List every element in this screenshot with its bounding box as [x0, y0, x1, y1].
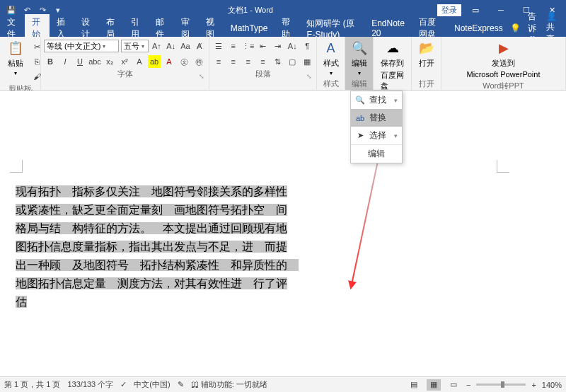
- menu-item-select[interactable]: ➤ 选择 ▾: [351, 127, 402, 144]
- font-color-icon[interactable]: A: [163, 55, 175, 68]
- group-label-open: 打开: [415, 78, 438, 90]
- clear-format-icon[interactable]: A̸: [194, 40, 206, 52]
- enclose-icon[interactable]: ㊕: [192, 55, 205, 68]
- view-web-icon[interactable]: ▭: [446, 379, 461, 391]
- tab-mathtype[interactable]: MathType: [224, 21, 275, 35]
- send-to-ppt-button[interactable]: ▶ 发送到 Microsoft PowerPoint: [463, 38, 545, 80]
- shrink-font-icon[interactable]: A↓: [165, 40, 177, 52]
- paste-button[interactable]: 📋 粘贴 ▾: [3, 38, 28, 78]
- paste-icon: 📋: [7, 40, 24, 57]
- bold-button[interactable]: B: [44, 55, 57, 68]
- italic-button[interactable]: I: [59, 55, 71, 68]
- dialog-launcher-icon[interactable]: ⤡: [199, 73, 204, 80]
- menu-item-editing: 编辑: [351, 144, 402, 163]
- font-size-combo[interactable]: 五号▾: [121, 40, 149, 52]
- phonetic-icon[interactable]: ㉆: [178, 55, 190, 68]
- group-label-styles: 样式: [320, 78, 342, 90]
- zoom-level[interactable]: 140%: [542, 381, 562, 389]
- status-proof-icon[interactable]: ✓: [120, 380, 127, 389]
- styles-button[interactable]: A 样式 ▾: [318, 38, 344, 78]
- status-words[interactable]: 133/133 个字: [67, 379, 113, 390]
- save-icon[interactable]: 💾: [6, 4, 17, 16]
- increase-indent-icon[interactable]: ⇥: [271, 40, 284, 52]
- ribbon-options-icon[interactable]: ▭: [464, 2, 487, 18]
- page-corner-tr: [497, 160, 509, 173]
- view-read-icon[interactable]: ▤: [407, 379, 421, 391]
- undo-icon[interactable]: ↶: [21, 4, 33, 16]
- ppt-label2: Microsoft PowerPoint: [467, 70, 541, 79]
- show-marks-icon[interactable]: ¶: [301, 40, 313, 52]
- group-clipboard: 📋 粘贴 ▾ ✂ ⎘ 🖌 剪贴板⤡: [0, 37, 41, 90]
- find-label: 查找: [369, 94, 386, 106]
- status-insert-icon[interactable]: ✎: [178, 380, 184, 389]
- view-print-icon[interactable]: ▦: [427, 379, 441, 391]
- statusbar: 第 1 页，共 1 页 133/133 个字 ✓ 中文(中国) ✎ 🕮 辅助功能…: [0, 376, 566, 392]
- grow-font-icon[interactable]: A↑: [151, 40, 163, 52]
- redo-icon[interactable]: ↷: [37, 4, 48, 16]
- align-left-icon[interactable]: ≡: [212, 55, 225, 68]
- dialog-launcher-icon[interactable]: ⤡: [306, 73, 312, 80]
- minimize-icon[interactable]: ─: [490, 2, 512, 18]
- group-paragraph: ☰ ≡ ⋮≡ ⇤ ⇥ A↓ ¶ ≡ ≡ ≡ ≡ ⇅ ▢ ▦ 段落⤡: [209, 37, 317, 90]
- menu-item-replace[interactable]: ab 替换: [351, 109, 402, 127]
- replace-label: 替换: [369, 112, 386, 124]
- align-center-icon[interactable]: ≡: [227, 55, 240, 68]
- group-open: 📂 打开 打开: [412, 37, 441, 90]
- change-case-icon[interactable]: Aa: [179, 40, 191, 52]
- status-language[interactable]: 中文(中国): [134, 379, 170, 390]
- document-selected-text[interactable]: 现有拓扑 指标多仅关注 地图符号邻接关系的多样性或紧凑性，缺乏更全面定量刻 画地…: [16, 183, 296, 311]
- font-name-combo[interactable]: 等线 (中文正文)▾: [44, 40, 119, 52]
- underline-button[interactable]: U: [74, 55, 86, 68]
- numbering-icon[interactable]: ≡: [227, 40, 240, 52]
- line-spacing-icon[interactable]: ⇅: [271, 55, 284, 68]
- subscript-button[interactable]: x₂: [103, 55, 116, 68]
- group-label-edit: 编辑: [348, 78, 370, 90]
- open-label: 打开: [419, 58, 434, 69]
- text-effects-icon[interactable]: A: [133, 55, 146, 68]
- group-label-font: 字体⤡: [44, 68, 206, 80]
- zoom-in-button[interactable]: +: [531, 381, 536, 389]
- editing-label: 编辑: [368, 148, 385, 160]
- group-netdisk: ☁ 保存到 百度网盘 保存: [374, 37, 412, 90]
- sort-icon[interactable]: A↓: [286, 40, 299, 52]
- netdisk-label1: 保存到: [381, 58, 404, 69]
- styles-icon: A: [323, 40, 340, 57]
- replace-icon: ab: [355, 114, 365, 122]
- cursor-icon: ➤: [355, 131, 365, 140]
- paste-label: 粘贴: [8, 58, 23, 69]
- shading-icon[interactable]: ▢: [286, 55, 299, 68]
- ribbon-tabs: 文件 开始 插入 设计 布局 引用 邮件 审阅 视图 MathType 帮助 知…: [0, 20, 566, 37]
- zoom-slider[interactable]: [476, 384, 526, 386]
- align-right-icon[interactable]: ≡: [242, 55, 255, 68]
- status-page[interactable]: 第 1 页，共 1 页: [4, 379, 60, 390]
- group-ppt: ▶ 发送到 Microsoft PowerPoint Word转PPT: [441, 37, 566, 90]
- qat-dropdown-icon[interactable]: ▾: [52, 4, 64, 16]
- chevron-down-icon: ▾: [394, 97, 398, 104]
- chevron-down-icon: ▾: [330, 70, 333, 76]
- menu-item-find[interactable]: 🔍 查找 ▾: [351, 91, 402, 109]
- bullets-icon[interactable]: ☰: [212, 40, 225, 52]
- multilevel-icon[interactable]: ⋮≡: [242, 40, 255, 52]
- ppt-label1: 发送到: [492, 58, 515, 69]
- decrease-indent-icon[interactable]: ⇤: [257, 40, 270, 52]
- edit-button[interactable]: 🔍 编辑 ▾: [347, 38, 372, 78]
- borders-icon[interactable]: ▦: [301, 55, 313, 68]
- ribbon: 📋 粘贴 ▾ ✂ ⎘ 🖌 剪贴板⤡ 等线 (中文正文)▾ 五号▾ A↑ A↓ A…: [0, 37, 566, 91]
- quick-access-toolbar: 💾 ↶ ↷ ▾: [0, 4, 64, 16]
- strikethrough-button[interactable]: abc: [88, 55, 101, 68]
- status-accessibility[interactable]: 🕮 辅助功能: 一切就绪: [191, 379, 267, 390]
- netdisk-label2: 百度网盘: [381, 70, 404, 91]
- highlight-icon[interactable]: ab: [148, 55, 161, 68]
- document-area[interactable]: 现有拓扑 指标多仅关注 地图符号邻接关系的多样性或紧凑性，缺乏更全面定量刻 画地…: [0, 91, 566, 376]
- open-button[interactable]: 📂 打开: [414, 38, 439, 70]
- styles-label: 样式: [323, 58, 339, 69]
- save-netdisk-button[interactable]: ☁ 保存到 百度网盘: [376, 38, 408, 93]
- zoom-out-button[interactable]: −: [466, 381, 470, 389]
- justify-icon[interactable]: ≡: [257, 55, 270, 68]
- group-font: 等线 (中文正文)▾ 五号▾ A↑ A↓ Aa A̸ B I U abc x₂ …: [41, 37, 209, 90]
- edit-label: 编辑: [352, 58, 367, 69]
- group-edit: 🔍 编辑 ▾ 编辑: [345, 37, 374, 90]
- search-icon: 🔍: [355, 96, 365, 105]
- tab-noteexpress[interactable]: NoteExpress: [447, 21, 510, 35]
- superscript-button[interactable]: x²: [118, 55, 131, 68]
